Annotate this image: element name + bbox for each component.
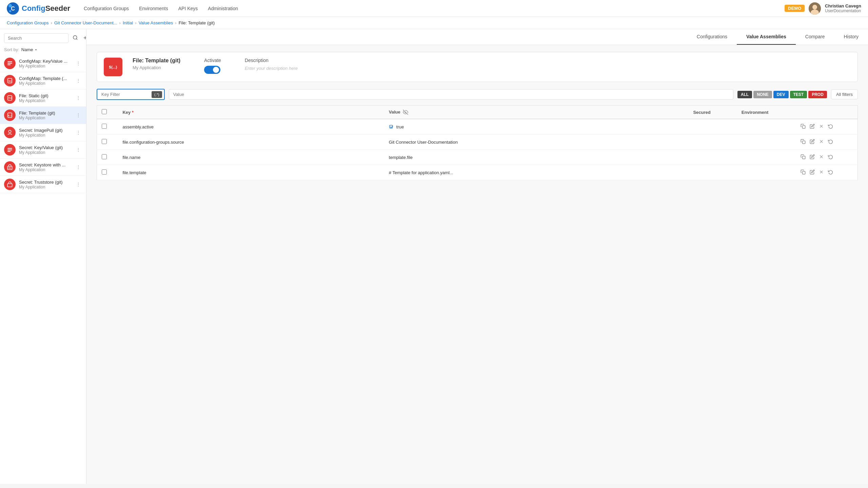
delete-button[interactable] <box>818 123 825 131</box>
sidebar-search-bar: + <box>0 29 86 46</box>
nav-administration[interactable]: Administration <box>208 4 238 13</box>
edit-button[interactable] <box>809 153 816 161</box>
tab-configurations[interactable]: Configurations <box>687 29 737 45</box>
copy-button[interactable] <box>800 123 807 131</box>
tab-history[interactable]: History <box>834 29 868 45</box>
badge-all[interactable]: ALL <box>737 91 752 98</box>
breadcrumb-config-groups[interactable]: Configuration Groups <box>7 20 49 25</box>
history-button[interactable] <box>827 123 834 131</box>
all-filters-button[interactable]: All filters <box>831 89 858 99</box>
breadcrumb-git-connector[interactable]: Git Connector User-Document... <box>54 20 117 25</box>
svg-point-3 <box>9 10 11 12</box>
value-filter-input[interactable] <box>169 89 733 100</box>
nav-environments[interactable]: Environments <box>139 4 168 13</box>
delete-button[interactable] <box>818 153 825 161</box>
env-badges: ALL NONE DEV TEST PROD <box>737 91 827 98</box>
required-marker: * <box>132 110 134 115</box>
edit-button[interactable] <box>809 168 816 177</box>
logo: C ConfigSeeder <box>7 2 70 15</box>
sidebar-item-configmap-keyvalue[interactable]: ConfigMap: Key/Value ... My Application … <box>0 55 86 72</box>
item-more-button[interactable]: ⋮ <box>75 60 82 67</box>
svg-text:PKC: PKC <box>8 167 12 169</box>
sidebar-item-secret-keyvalue[interactable]: Secret: Key/Value (git) My Application ⋮ <box>0 141 86 159</box>
col-header-environment: Environment <box>737 106 795 119</box>
sidebar-item-secret-keystore[interactable]: PKC Secret: Keystore with ... My Applica… <box>0 159 86 176</box>
row-checkbox[interactable] <box>102 124 107 129</box>
nav-configuration-groups[interactable]: Configuration Groups <box>84 4 129 13</box>
key-filter-input[interactable] <box>97 89 152 99</box>
sidebar-item-file-template[interactable]: ${...} File: Template (git) My Applicati… <box>0 107 86 124</box>
svg-rect-21 <box>7 151 11 152</box>
avatar <box>809 2 821 15</box>
activate-toggle[interactable] <box>204 66 220 74</box>
item-more-button[interactable]: ⋮ <box>75 181 82 188</box>
search-input[interactable] <box>4 33 68 43</box>
svg-line-8 <box>76 39 77 40</box>
row-environment <box>737 119 795 135</box>
select-all-checkbox[interactable] <box>102 109 107 114</box>
copy-button[interactable] <box>800 153 807 161</box>
svg-point-2 <box>8 4 12 7</box>
badge-dev[interactable]: DEV <box>773 91 789 98</box>
secret-imagepull-icon <box>4 127 16 138</box>
svg-rect-36 <box>802 171 805 174</box>
svg-rect-20 <box>7 149 12 150</box>
sidebar-item-sub: My Application <box>19 81 71 86</box>
tab-compare[interactable]: Compare <box>796 29 834 45</box>
item-more-button[interactable]: ⋮ <box>75 164 82 170</box>
row-value: template.file <box>384 150 689 165</box>
history-button[interactable] <box>827 153 834 161</box>
history-button[interactable] <box>827 138 834 146</box>
svg-rect-11 <box>7 64 11 65</box>
row-checkbox[interactable] <box>102 139 107 144</box>
row-key: file.template <box>118 165 384 180</box>
activate-label: Activate <box>204 58 221 63</box>
search-button[interactable] <box>71 34 79 43</box>
item-more-button[interactable]: ⋮ <box>75 129 82 136</box>
sidebar-item-sub: My Application <box>19 150 71 155</box>
file-title-section: File: Template (git) My Application <box>133 58 180 70</box>
copy-button[interactable] <box>800 138 807 146</box>
item-more-button[interactable]: ⋮ <box>75 95 82 101</box>
configmap-template-icon: ${} <box>4 75 16 86</box>
badge-prod[interactable]: PROD <box>808 91 827 98</box>
col-header-actions <box>795 106 858 119</box>
delete-button[interactable] <box>818 168 825 177</box>
table-body: assembly.active true <box>97 119 858 180</box>
delete-button[interactable] <box>818 138 825 146</box>
row-checkbox[interactable] <box>102 154 107 159</box>
logo-text-seeder: Seeder <box>45 4 70 13</box>
row-environment <box>737 150 795 165</box>
sidebar-item-sub: My Application <box>19 116 71 120</box>
edit-button[interactable] <box>809 138 816 146</box>
sidebar-item-sub: My Application <box>19 185 71 189</box>
row-secured <box>688 150 736 165</box>
history-button[interactable] <box>827 168 834 177</box>
tab-value-assemblies[interactable]: Value Assemblies <box>737 29 796 45</box>
sort-value[interactable]: Name <box>21 47 38 52</box>
sidebar-item-secret-imagepull[interactable]: Secret: ImagePull (git) My Application ⋮ <box>0 124 86 141</box>
breadcrumb-value-assemblies[interactable]: Value Assemblies <box>139 20 173 25</box>
row-actions <box>795 135 858 150</box>
breadcrumb: Configuration Groups › Git Connector Use… <box>0 17 868 29</box>
item-more-button[interactable]: ⋮ <box>75 146 82 153</box>
item-more-button[interactable]: ⋮ <box>75 112 82 119</box>
sidebar-item-secret-truststore[interactable]: Secret: Truststore (git) My Application … <box>0 176 86 193</box>
description-placeholder: Enter your description here <box>245 66 851 71</box>
row-value: true <box>384 119 689 135</box>
edit-button[interactable] <box>809 123 816 131</box>
breadcrumb-initial[interactable]: Initial <box>123 20 133 25</box>
sidebar-item-name: Secret: Truststore (git) <box>19 180 71 185</box>
copy-button[interactable] <box>800 168 807 177</box>
item-more-button[interactable]: ⋮ <box>75 77 82 84</box>
sidebar-item-file-static[interactable]: FILE File: Static (git) My Application ⋮ <box>0 89 86 107</box>
row-checkbox[interactable] <box>102 169 107 175</box>
svg-rect-27 <box>802 126 805 128</box>
sidebar-item-name: Secret: Key/Value (git) <box>19 145 71 150</box>
file-icon-large: ${...} <box>104 58 122 76</box>
nav-api-keys[interactable]: API Keys <box>178 4 198 13</box>
badge-test[interactable]: TEST <box>790 91 807 98</box>
sidebar-item-configmap-template[interactable]: ${} ConfigMap: Template (... My Applicat… <box>0 72 86 89</box>
add-item-button[interactable]: + <box>82 33 86 43</box>
badge-none[interactable]: NONE <box>753 91 772 98</box>
